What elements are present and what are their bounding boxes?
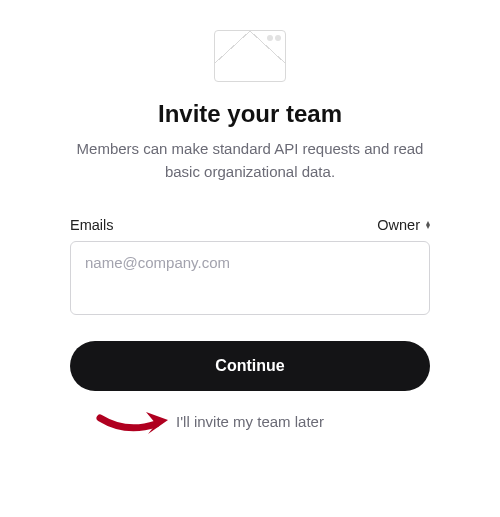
role-select-label: Owner <box>377 217 420 233</box>
skip-row: I'll invite my team later <box>70 413 430 430</box>
sort-caret-icon: ▴▾ <box>426 221 430 229</box>
role-select[interactable]: Owner ▴▾ <box>377 217 430 233</box>
emails-input[interactable] <box>70 241 430 315</box>
emails-label: Emails <box>70 217 114 233</box>
continue-button[interactable]: Continue <box>70 341 430 391</box>
hero-icon-wrap <box>214 30 286 82</box>
svg-marker-0 <box>146 412 168 434</box>
annotation-arrow-icon <box>96 404 174 440</box>
invite-later-link[interactable]: I'll invite my team later <box>176 413 324 430</box>
emails-field-header: Emails Owner ▴▾ <box>70 217 430 233</box>
page-subtitle: Members can make standard API requests a… <box>70 138 430 183</box>
envelope-icon <box>214 30 286 82</box>
page-title: Invite your team <box>158 100 342 128</box>
